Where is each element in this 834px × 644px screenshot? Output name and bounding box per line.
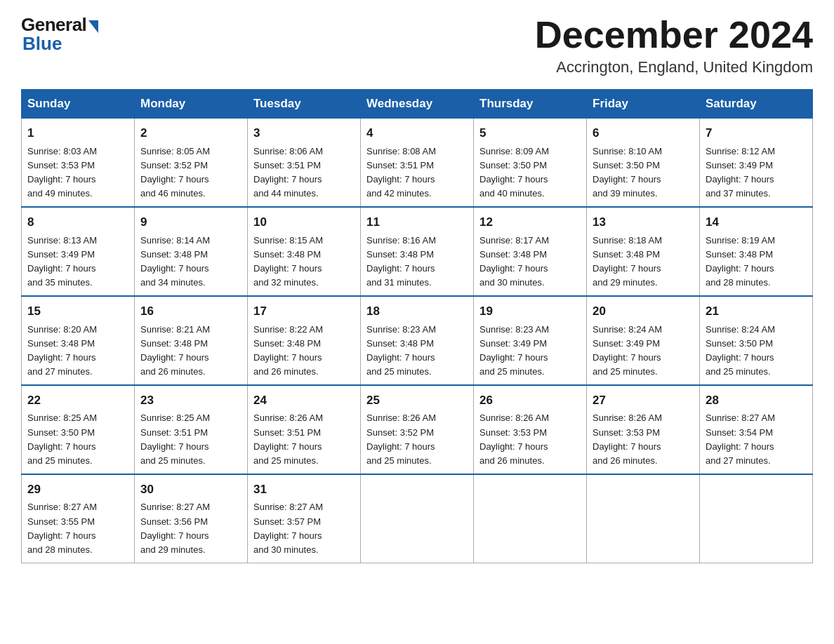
day-number: 3	[253, 124, 355, 142]
day-number: 27	[593, 391, 694, 410]
day-info: Sunrise: 8:26 AM	[479, 411, 581, 425]
day-info: Sunset: 3:53 PM	[479, 426, 581, 440]
calendar-cell: 1Sunrise: 8:03 AMSunset: 3:53 PMDaylight…	[22, 119, 135, 207]
day-info: Daylight: 7 hours	[27, 529, 128, 543]
day-info: Daylight: 7 hours	[253, 351, 355, 365]
day-number: 29	[27, 481, 128, 499]
calendar-week-row: 29Sunrise: 8:27 AMSunset: 3:55 PMDayligh…	[22, 474, 813, 563]
day-number: 14	[706, 213, 807, 232]
title-block: December 2024 Accrington, England, Unite…	[535, 14, 813, 76]
day-info: Daylight: 7 hours	[593, 262, 694, 276]
day-info: and 30 minutes.	[479, 276, 581, 290]
day-info: Sunset: 3:49 PM	[593, 337, 694, 351]
day-info: Sunrise: 8:26 AM	[366, 411, 468, 425]
calendar-cell: 25Sunrise: 8:26 AMSunset: 3:52 PMDayligh…	[361, 385, 474, 474]
day-info: and 25 minutes.	[253, 454, 355, 468]
day-info: Sunset: 3:51 PM	[253, 426, 355, 440]
day-number: 10	[253, 213, 355, 232]
day-number: 1	[27, 124, 128, 142]
day-info: Sunrise: 8:03 AM	[27, 145, 128, 159]
day-info: Sunset: 3:52 PM	[140, 159, 241, 173]
day-info: Sunrise: 8:24 AM	[593, 323, 694, 337]
calendar-cell: 4Sunrise: 8:08 AMSunset: 3:51 PMDaylight…	[361, 119, 474, 207]
day-info: Daylight: 7 hours	[140, 262, 241, 276]
day-number: 2	[140, 124, 241, 142]
day-info: Sunset: 3:50 PM	[479, 159, 581, 173]
day-info: and 30 minutes.	[253, 543, 355, 557]
day-info: Sunrise: 8:17 AM	[479, 234, 581, 248]
day-info: Daylight: 7 hours	[366, 173, 468, 187]
day-info: Daylight: 7 hours	[140, 351, 241, 365]
day-info: Sunset: 3:48 PM	[366, 248, 468, 262]
weekday-header-sunday: Sunday	[22, 90, 135, 119]
calendar-cell: 20Sunrise: 8:24 AMSunset: 3:49 PMDayligh…	[587, 296, 700, 385]
day-number: 26	[479, 391, 581, 410]
day-info: and 26 minutes.	[593, 454, 694, 468]
day-number: 15	[27, 302, 128, 321]
day-info: and 37 minutes.	[706, 187, 807, 201]
day-info: and 28 minutes.	[706, 276, 807, 290]
calendar-cell: 15Sunrise: 8:20 AMSunset: 3:48 PMDayligh…	[22, 296, 135, 385]
day-info: and 39 minutes.	[593, 187, 694, 201]
day-info: Sunset: 3:48 PM	[27, 337, 128, 351]
day-info: Daylight: 7 hours	[27, 351, 128, 365]
logo-blue-text: Blue	[22, 33, 62, 55]
day-info: Sunrise: 8:06 AM	[253, 145, 355, 159]
day-info: Sunrise: 8:23 AM	[366, 323, 468, 337]
day-info: Sunrise: 8:10 AM	[593, 145, 694, 159]
day-number: 30	[140, 481, 241, 499]
day-info: Daylight: 7 hours	[140, 440, 241, 454]
calendar-cell: 10Sunrise: 8:15 AMSunset: 3:48 PMDayligh…	[248, 207, 361, 296]
weekday-header-wednesday: Wednesday	[361, 90, 474, 119]
calendar-week-row: 1Sunrise: 8:03 AMSunset: 3:53 PMDaylight…	[22, 119, 813, 207]
day-info: and 32 minutes.	[253, 276, 355, 290]
calendar-cell: 12Sunrise: 8:17 AMSunset: 3:48 PMDayligh…	[474, 207, 587, 296]
day-info: Sunset: 3:56 PM	[140, 515, 241, 529]
day-info: Sunset: 3:53 PM	[593, 426, 694, 440]
day-info: Sunrise: 8:13 AM	[27, 234, 128, 248]
calendar-cell: 26Sunrise: 8:26 AMSunset: 3:53 PMDayligh…	[474, 385, 587, 474]
day-info: Sunset: 3:54 PM	[706, 426, 807, 440]
day-info: Daylight: 7 hours	[140, 173, 241, 187]
day-number: 4	[366, 124, 468, 142]
calendar-cell	[361, 474, 474, 563]
day-info: Daylight: 7 hours	[27, 262, 128, 276]
day-info: Daylight: 7 hours	[593, 440, 694, 454]
day-info: Sunrise: 8:16 AM	[366, 234, 468, 248]
day-info: and 25 minutes.	[140, 454, 241, 468]
calendar-cell: 3Sunrise: 8:06 AMSunset: 3:51 PMDaylight…	[248, 119, 361, 207]
calendar-cell: 17Sunrise: 8:22 AMSunset: 3:48 PMDayligh…	[248, 296, 361, 385]
day-info: Sunrise: 8:20 AM	[27, 323, 128, 337]
day-info: Sunset: 3:50 PM	[593, 159, 694, 173]
calendar-cell	[587, 474, 700, 563]
day-number: 16	[140, 302, 241, 321]
day-info: Sunset: 3:48 PM	[366, 337, 468, 351]
day-info: Sunrise: 8:15 AM	[253, 234, 355, 248]
logo: General Blue	[21, 14, 98, 55]
calendar-cell: 22Sunrise: 8:25 AMSunset: 3:50 PMDayligh…	[22, 385, 135, 474]
calendar-cell: 18Sunrise: 8:23 AMSunset: 3:48 PMDayligh…	[361, 296, 474, 385]
day-info: Daylight: 7 hours	[479, 351, 581, 365]
calendar-cell: 2Sunrise: 8:05 AMSunset: 3:52 PMDaylight…	[135, 119, 248, 207]
weekday-header-tuesday: Tuesday	[248, 90, 361, 119]
day-number: 12	[479, 213, 581, 232]
day-info: Sunset: 3:48 PM	[479, 248, 581, 262]
day-info: Sunrise: 8:23 AM	[479, 323, 581, 337]
day-info: Daylight: 7 hours	[479, 173, 581, 187]
day-info: Sunset: 3:49 PM	[479, 337, 581, 351]
day-info: and 44 minutes.	[253, 187, 355, 201]
calendar-week-row: 22Sunrise: 8:25 AMSunset: 3:50 PMDayligh…	[22, 385, 813, 474]
day-info: and 27 minutes.	[706, 454, 807, 468]
weekday-header-thursday: Thursday	[474, 90, 587, 119]
day-number: 5	[479, 124, 581, 142]
weekday-header-friday: Friday	[587, 90, 700, 119]
calendar-cell: 13Sunrise: 8:18 AMSunset: 3:48 PMDayligh…	[587, 207, 700, 296]
day-info: Sunset: 3:50 PM	[706, 337, 807, 351]
day-info: Daylight: 7 hours	[253, 173, 355, 187]
day-info: and 49 minutes.	[27, 187, 128, 201]
day-info: and 29 minutes.	[593, 276, 694, 290]
weekday-header-row: SundayMondayTuesdayWednesdayThursdayFrid…	[22, 90, 813, 119]
day-number: 13	[593, 213, 694, 232]
day-info: Sunrise: 8:22 AM	[253, 323, 355, 337]
calendar-week-row: 8Sunrise: 8:13 AMSunset: 3:49 PMDaylight…	[22, 207, 813, 296]
